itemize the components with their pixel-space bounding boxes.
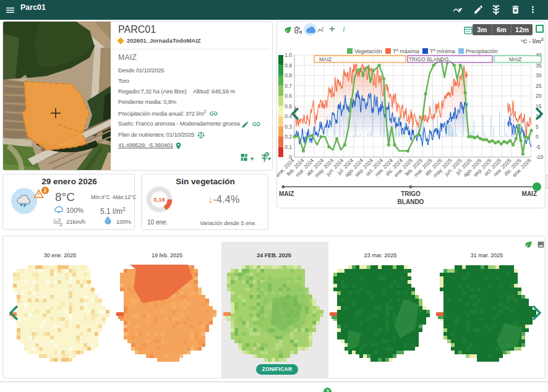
svg-text:TRIGO BLANDO: TRIGO BLANDO bbox=[409, 56, 449, 62]
svg-text:MAIZ: MAIZ bbox=[319, 56, 332, 62]
svg-text:Vegetación: Vegetación bbox=[354, 48, 382, 54]
svg-text:-5: -5 bbox=[536, 144, 541, 150]
svg-text:0.2: 0.2 bbox=[285, 134, 292, 140]
svg-text:MAIZ: MAIZ bbox=[522, 190, 537, 197]
svg-text:0.6: 0.6 bbox=[285, 93, 292, 99]
svg-text:1.0: 1.0 bbox=[285, 52, 292, 58]
svg-text:20: 20 bbox=[536, 93, 542, 99]
svg-text:MAIZ: MAIZ bbox=[279, 190, 294, 197]
svg-text:-10: -10 bbox=[536, 154, 544, 160]
svg-text:0.1: 0.1 bbox=[285, 144, 292, 150]
svg-text:MAIZ: MAIZ bbox=[509, 56, 521, 62]
svg-text:0.7: 0.7 bbox=[285, 83, 292, 89]
svg-text:0.3: 0.3 bbox=[285, 124, 292, 130]
svg-text:BLANDO: BLANDO bbox=[398, 198, 424, 205]
svg-text:0.4: 0.4 bbox=[285, 113, 292, 119]
svg-text:0.9: 0.9 bbox=[285, 62, 292, 69]
svg-text:TRIGO: TRIGO bbox=[401, 190, 421, 197]
svg-text:25: 25 bbox=[536, 83, 542, 89]
svg-text:Precipitación: Precipitación bbox=[466, 48, 498, 54]
svg-text:35: 35 bbox=[536, 62, 542, 69]
svg-text:5: 5 bbox=[536, 124, 539, 130]
svg-text:0.5: 0.5 bbox=[285, 103, 292, 109]
svg-text:0,16: 0,16 bbox=[153, 196, 165, 203]
svg-text:30: 30 bbox=[536, 72, 542, 79]
svg-text:0: 0 bbox=[536, 134, 539, 140]
svg-text:0.8: 0.8 bbox=[285, 72, 292, 79]
svg-text:Tª mínima: Tª mínima bbox=[430, 48, 455, 54]
svg-text:Tª máxima: Tª máxima bbox=[393, 48, 419, 54]
